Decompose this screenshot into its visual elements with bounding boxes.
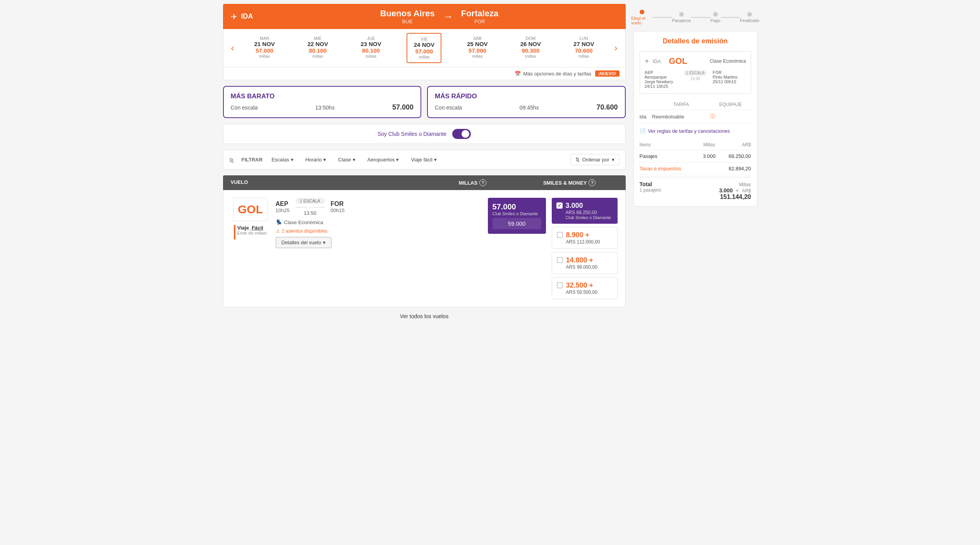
gol-text: GOL (238, 203, 263, 216)
viaje-facil-filter[interactable]: Viaje fácil ▾ (408, 155, 439, 165)
chevron-down-icon: ▾ (434, 157, 437, 163)
smiles-option-2[interactable]: 8.900 + ARS 112.000,00 (552, 227, 618, 249)
progress-bar: Elegí el vuelo Pasajeros Pago Finalizado (633, 4, 757, 31)
step-pago: Pago (711, 12, 721, 23)
origin-block: AEP 10h25 (276, 201, 290, 213)
more-options-button[interactable]: 📅 Más opciones de días y tarifas (515, 71, 591, 77)
tasas-row: Tasas e impuestos 82.894,20 (640, 163, 751, 175)
smiles-help-icon[interactable]: ? (589, 179, 596, 186)
col-smiles-header: SMILES & MONEY ? (521, 179, 618, 186)
date-jue-23[interactable]: JUE 23 NOV 80.100 millas (354, 33, 388, 63)
filter-label: FILTRAR (242, 157, 263, 163)
millas-option-selected[interactable]: 57.000 Club Smiles o Diamante 59.000 (488, 198, 546, 234)
col-millas-header: MILLAS ? (424, 179, 521, 186)
chevron-down-icon: ▾ (323, 157, 326, 163)
step-pasajeros: Pasajeros (672, 12, 691, 23)
checkbox-unchecked (557, 257, 563, 263)
step-elegir-vuelo: Elegí el vuelo (631, 10, 652, 25)
viaje-facil-title: Viaje_Fácil (237, 225, 267, 231)
flight-info: AEP 10h25 1 ESCALA → 13:50 FOR (276, 198, 482, 248)
date-sab-25[interactable]: SÁB 25 NOV 57.000 millas (460, 33, 495, 63)
filter-bar: ⧎ FILTRAR Escalas ▾ Horario ▾ Clase ▾ Ae… (223, 150, 626, 170)
origin-city: Buenos Aires BUE (380, 9, 435, 24)
chevron-down-icon: ▾ (323, 240, 326, 245)
flight-class: 💺 Clase Económica (276, 219, 482, 225)
smiles-option-3[interactable]: 14.800 + ARS 98.000,00 (552, 252, 618, 274)
chevron-down-icon: ▾ (291, 157, 293, 163)
airline-logo: GOL Viaje_Fácil Emití sin millas! (231, 198, 270, 240)
document-icon: 📄 (640, 128, 646, 134)
plane-icon: ✈ (231, 12, 237, 21)
millas-help-icon[interactable]: ? (479, 179, 486, 186)
step-dot-3 (713, 12, 718, 17)
escalas-filter[interactable]: Escalas ▾ (268, 155, 297, 165)
filter-cards: MÁS BARATO Con escala 13:50hs 57.000 MÁS… (223, 86, 626, 118)
ida-label: IDA (241, 12, 253, 21)
filter-icon: ⧎ (229, 157, 234, 163)
smiles-option-4[interactable]: 32.500 + ARS 59.500,00 (552, 277, 618, 299)
items-table: Items Millas AR$ Pasajes 3.000 68.250,00… (640, 140, 751, 175)
flight-summary-card: ✈ IDA GOL Clase Económica AEP Aeroparque… (640, 51, 751, 94)
step-dot-4 (747, 12, 752, 17)
millas-options: 57.000 Club Smiles o Diamante 59.000 (488, 198, 546, 234)
seat-icon: 💺 (276, 219, 282, 225)
date-selector: ‹ MAR 21 NOV 57.000 millas MIÉ 22 NOV 80… (223, 29, 626, 67)
chevron-down-icon: ▾ (353, 157, 355, 163)
flight-route: AEP 10h25 1 ESCALA → 13:50 FOR (276, 198, 482, 216)
rules-link[interactable]: 📄 Ver reglas de tarifas y cancelaciones (640, 128, 751, 134)
viaje-facil-badge: Viaje_Fácil Emití sin millas! (234, 225, 267, 240)
step-finalizado: Finalizado (740, 12, 759, 23)
col-vuelo-header: VUELO (231, 179, 424, 186)
route-arrow: → (443, 10, 453, 23)
flight-details-button[interactable]: Detalles del vuelo ▾ (276, 237, 332, 248)
dest-city: Fortaleza FOR (461, 9, 499, 24)
tarifa-row: Ida Reembolsable ⓘ (640, 110, 751, 123)
date-vie-24[interactable]: VIE 24 NOV 57.000 millas (407, 33, 441, 63)
tarifa-table: TARIFA EQUIPAJE Ida Reembolsable ⓘ (640, 99, 751, 123)
dates-row: MAR 21 NOV 57.000 millas MIÉ 22 NOV 80.1… (238, 33, 611, 63)
step-dot-1 (640, 10, 644, 14)
fs-route: AEP Aeroparque Jorge Newbery 24/11 10h25… (645, 70, 746, 89)
clase-economica: Clase Económica (710, 58, 746, 64)
club-smiles-toggle[interactable] (452, 129, 471, 139)
prev-date-button[interactable]: ‹ (227, 41, 238, 55)
date-mie-22[interactable]: MIÉ 22 NOV 80.100 millas (300, 33, 335, 63)
gol-logo-box: GOL (233, 198, 268, 221)
emission-title: Detalles de emisión (640, 37, 751, 45)
emission-details: Detalles de emisión ✈ IDA GOL Clase Econ… (633, 31, 757, 207)
step-dot-2 (679, 12, 684, 17)
sort-icon: ⇅ (575, 157, 580, 163)
date-lun-27[interactable]: LUN 27 NOV 70.600 millas (566, 33, 601, 63)
pasajes-row: Pasajes 3.000 68.250,00 (640, 150, 751, 163)
new-badge: ¡NUEVO! (595, 70, 619, 77)
viaje-facil-subtitle: Emití sin millas! (237, 231, 267, 235)
seats-warning: ⚠ 2 asientos disponibles (276, 228, 482, 234)
route-display: Buenos Aires BUE → Fortaleza FOR (261, 9, 618, 24)
date-mar-21[interactable]: MAR 21 NOV 57.000 millas (247, 33, 282, 63)
date-dom-26[interactable]: DOM 26 NOV 90.300 millas (513, 33, 548, 63)
club-smiles-toggle-section: Soy Club Smiles o Diamante (223, 124, 626, 144)
smiles-option-selected[interactable]: ✓ 3.000 ARS 68.250,00 Club Smiles o Diam… (552, 198, 618, 224)
right-panel: Elegí el vuelo Pasajeros Pago Finalizado (633, 4, 757, 325)
results-header: VUELO MILLAS ? SMILES & MONEY ? (223, 175, 626, 190)
more-options-bar: 📅 Más opciones de días y tarifas ¡NUEVO! (223, 67, 626, 80)
calendar-icon: 📅 (515, 71, 521, 77)
ordenar-por-button[interactable]: ⇅ Ordenar por ▾ (570, 154, 619, 165)
warning-icon: ⚠ (276, 228, 280, 234)
gol-logo-small: GOL (669, 56, 687, 66)
clase-filter[interactable]: Clase ▾ (335, 155, 358, 165)
total-row: Total 1 pasajero Millas 3.000 + AR$ 151.… (640, 177, 751, 201)
fastest-card[interactable]: MÁS RÁPIDO Con escala 09:45hs 70.600 (427, 86, 626, 118)
aeropuertos-filter[interactable]: Aeropuertos ▾ (364, 155, 402, 165)
see-all-flights[interactable]: Ver todos los vuelos (223, 307, 626, 325)
smiles-money-options: ✓ 3.000 ARS 68.250,00 Club Smiles o Diam… (552, 198, 618, 299)
chevron-down-icon: ▾ (396, 157, 399, 163)
ida-header: ✈ IDA Buenos Aires BUE → Fortaleza FOR (223, 4, 626, 29)
checkbox-unchecked (557, 282, 563, 288)
horario-filter[interactable]: Horario ▾ (302, 155, 330, 165)
plane-small-icon: ✈ (645, 58, 649, 64)
next-date-button[interactable]: › (611, 41, 621, 55)
flight-card: GOL Viaje_Fácil Emití sin millas! AEP 10… (223, 190, 626, 307)
cheapest-card[interactable]: MÁS BARATO Con escala 13:50hs 57.000 (223, 86, 422, 118)
checkbox-checked: ✓ (556, 202, 563, 209)
